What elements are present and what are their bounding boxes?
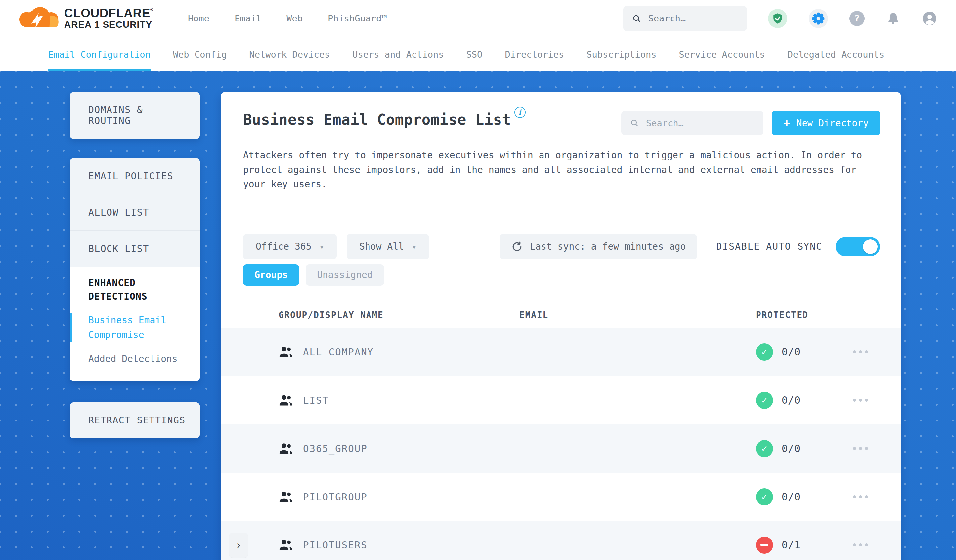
tab-service-accounts[interactable]: Service Accounts <box>679 37 765 71</box>
last-sync-text: Last sync: a few minutes ago <box>530 241 686 252</box>
divider <box>243 209 879 209</box>
cloudflare-logo[interactable]: CLOUDFLARE ® AREA 1 SECURITY <box>19 4 154 33</box>
show-filter-select[interactable]: Show All <box>347 234 429 259</box>
protected-blocked-icon <box>756 536 773 554</box>
page-title: Business Email Compromise List <box>243 111 526 128</box>
security-status-button[interactable] <box>768 9 787 28</box>
email-settings-card: EMAIL POLICIES ALLOW LIST BLOCK LIST ENH… <box>70 158 200 381</box>
row-actions-menu[interactable] <box>853 347 868 358</box>
column-group-display-name: GROUP/DISPLAY NAME <box>221 310 519 320</box>
sidebar-item-block-list[interactable]: BLOCK LIST <box>70 231 200 267</box>
group-people-icon <box>278 489 293 504</box>
nav-phishguard[interactable]: PhishGuard™ <box>328 13 387 24</box>
row-actions-menu[interactable] <box>853 540 868 551</box>
tab-groups[interactable]: Groups <box>243 265 299 285</box>
column-protected: PROTECTED <box>756 310 901 320</box>
enhanced-detections-section: ENHANCED DETECTIONS Business Email Compr… <box>70 267 200 381</box>
registered-mark: ® <box>150 7 154 12</box>
group-name: LIST <box>303 395 329 406</box>
settings-button[interactable] <box>809 9 828 28</box>
tab-unassigned[interactable]: Unassigned <box>306 265 384 285</box>
auto-sync-toggle[interactable] <box>836 237 880 256</box>
row-actions-menu[interactable] <box>853 443 868 454</box>
toggle-knob <box>863 239 877 254</box>
row-actions-menu[interactable] <box>853 395 868 406</box>
plus-icon <box>783 116 790 130</box>
retract-settings-card: RETRACT SETTINGS <box>70 402 200 438</box>
filter-row: Office 365 Show All Last sync: a few min… <box>243 234 880 259</box>
tab-email-configuration[interactable]: Email Configuration <box>48 37 151 71</box>
tab-users-and-actions[interactable]: Users and Actions <box>352 37 443 71</box>
tab-delegated-accounts[interactable]: Delegated Accounts <box>788 37 885 71</box>
protected-ok-icon <box>756 488 773 505</box>
notifications-bell-icon[interactable] <box>886 12 900 25</box>
group-people-icon <box>278 441 293 456</box>
group-name: ALL COMPANY <box>303 347 374 358</box>
section-nav: Email Configuration Web Config Network D… <box>0 37 956 71</box>
global-search-input[interactable] <box>648 13 737 24</box>
group-name: O365_GROUP <box>303 443 368 454</box>
nav-home[interactable]: Home <box>188 13 209 24</box>
group-tabs: Groups Unassigned <box>243 265 879 285</box>
sidebar-item-retract-settings[interactable]: RETRACT SETTINGS <box>70 402 200 438</box>
info-icon[interactable] <box>514 107 526 118</box>
sidebar-item-business-email-compromise[interactable]: Business Email Compromise <box>70 313 189 342</box>
table-row[interactable]: LIST 0/0 <box>221 376 901 425</box>
sidebar-item-enhanced-detections[interactable]: ENHANCED DETECTIONS <box>70 276 189 303</box>
protected-count: 0/0 <box>781 491 800 502</box>
protected-ok-icon <box>756 440 773 457</box>
table-header: GROUP/DISPLAY NAME EMAIL PROTECTED <box>221 302 901 328</box>
global-search[interactable] <box>623 6 747 31</box>
group-name: PILOTGROUP <box>303 491 368 502</box>
row-actions-menu[interactable] <box>853 491 868 502</box>
tab-subscriptions[interactable]: Subscriptions <box>586 37 656 71</box>
sidebar-item-email-policies[interactable]: EMAIL POLICIES <box>70 158 200 195</box>
search-icon <box>632 14 641 24</box>
cloudflare-cloud-icon <box>19 4 60 33</box>
table-row[interactable]: O365_GROUP 0/0 <box>221 425 901 473</box>
protected-count: 0/0 <box>781 442 800 454</box>
table-row[interactable]: PILOTGROUP 0/0 <box>221 473 901 521</box>
directory-select[interactable]: Office 365 <box>243 234 337 259</box>
protected-count: 0/0 <box>781 346 800 358</box>
top-bar: CLOUDFLARE ® AREA 1 SECURITY Home Email … <box>0 0 956 37</box>
gear-icon <box>811 12 825 25</box>
group-name: PILOTUSERS <box>303 540 368 551</box>
group-people-icon <box>278 393 293 408</box>
chevron-down-icon <box>319 241 324 252</box>
group-people-icon <box>278 345 293 359</box>
new-directory-button[interactable]: New Directory <box>772 111 880 135</box>
nav-email[interactable]: Email <box>234 13 261 24</box>
domains-routing-card: DOMAINS & ROUTING <box>70 92 200 139</box>
chevron-down-icon <box>412 241 417 252</box>
tab-web-config[interactable]: Web Config <box>173 37 227 71</box>
protected-count: 0/0 <box>781 394 800 406</box>
expand-row-button[interactable] <box>229 533 248 558</box>
sidebar-item-allow-list[interactable]: ALLOW LIST <box>70 195 200 231</box>
list-search[interactable] <box>621 111 764 135</box>
protected-count: 0/1 <box>781 539 800 551</box>
group-people-icon <box>278 538 293 552</box>
last-sync-button[interactable]: Last sync: a few minutes ago <box>500 234 697 259</box>
brand-subtitle: AREA 1 SECURITY <box>64 20 154 30</box>
user-account-icon[interactable] <box>921 11 937 27</box>
sidebar-item-domains-routing[interactable]: DOMAINS & ROUTING <box>70 92 200 139</box>
help-button[interactable] <box>849 11 865 26</box>
protected-ok-icon <box>756 392 773 409</box>
panel-actions: New Directory <box>621 111 880 135</box>
tab-directories[interactable]: Directories <box>505 37 564 71</box>
table-row[interactable]: PILOTUSERS 0/1 <box>221 521 901 560</box>
settings-sidebar: DOMAINS & ROUTING EMAIL POLICIES ALLOW L… <box>70 92 200 438</box>
sidebar-item-added-detections[interactable]: Added Detections <box>70 352 189 366</box>
bec-list-panel: Business Email Compromise List New Direc… <box>221 92 901 560</box>
primary-nav: Home Email Web PhishGuard™ <box>188 13 387 24</box>
workspace-background: DOMAINS & ROUTING EMAIL POLICIES ALLOW L… <box>0 71 956 560</box>
groups-table: GROUP/DISPLAY NAME EMAIL PROTECTED ALL C… <box>221 302 901 560</box>
tab-sso[interactable]: SSO <box>466 37 483 71</box>
list-search-input[interactable] <box>646 118 754 128</box>
disable-auto-sync-label: DISABLE AUTO SYNC <box>716 241 822 252</box>
brand-name: CLOUDFLARE <box>64 6 150 20</box>
nav-web[interactable]: Web <box>286 13 303 24</box>
table-row[interactable]: ALL COMPANY 0/0 <box>221 328 901 376</box>
tab-network-devices[interactable]: Network Devices <box>249 37 330 71</box>
